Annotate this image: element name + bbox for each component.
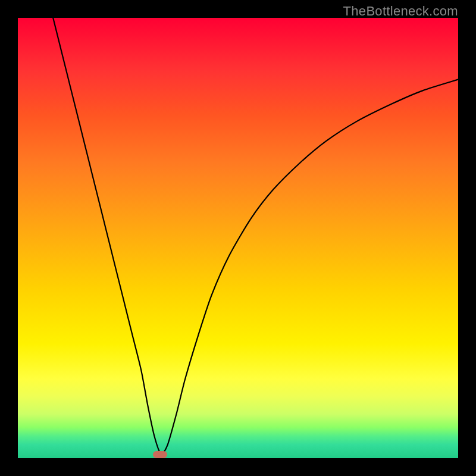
- chart-frame: TheBottleneck.com: [0, 0, 476, 476]
- bottleneck-curve: [18, 18, 458, 458]
- optimum-marker: [153, 451, 167, 458]
- plot-area: [18, 18, 458, 458]
- watermark-text: TheBottleneck.com: [343, 4, 458, 19]
